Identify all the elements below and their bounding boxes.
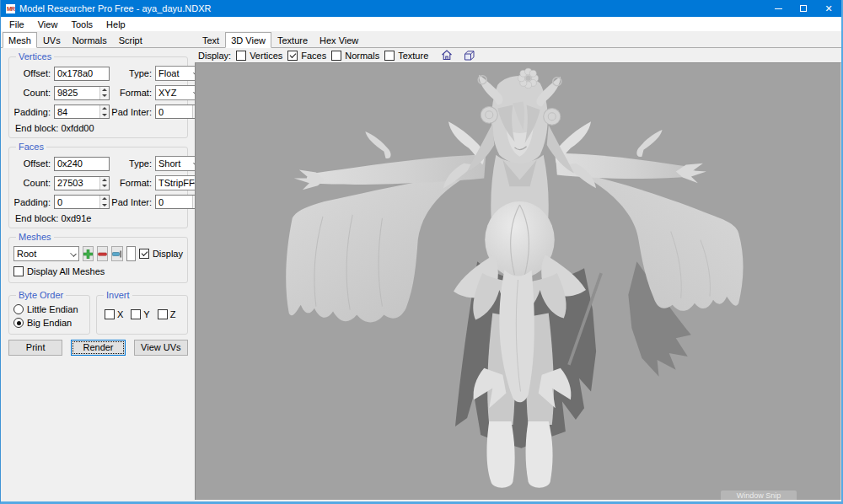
title-bar[interactable]: MR Model Researcher Pro Free - aya_dayu.…	[1, 0, 841, 17]
big-endian-radio[interactable]	[13, 318, 24, 328]
invert-x-checkbox[interactable]	[105, 309, 115, 319]
display-faces-label: Faces	[301, 51, 326, 61]
menu-view[interactable]: View	[31, 18, 65, 31]
model-right-boot	[526, 421, 553, 488]
tab-text[interactable]: Text	[196, 34, 225, 48]
viewport-toolbar: Display: Vertices Faces Normals Texture	[195, 48, 841, 62]
model-figure	[196, 63, 840, 500]
menu-bar: File View Tools Help	[1, 17, 841, 32]
spinner-arrows[interactable]	[99, 105, 109, 118]
vertices-format-label: Format:	[110, 88, 152, 98]
invert-y-checkbox[interactable]	[131, 309, 141, 319]
minimize-icon	[775, 8, 782, 9]
display-all-meshes-checkbox[interactable]	[13, 266, 24, 276]
model-hair-flower	[518, 68, 539, 88]
right-tabstrip: Text 3D View Texture Hex View	[195, 34, 841, 48]
faces-type-combo[interactable]: Short	[155, 156, 195, 171]
mesh-color-swatch[interactable]	[126, 246, 136, 261]
cube-icon	[463, 50, 475, 62]
display-texture-label: Texture	[398, 51, 428, 61]
display-vertices-checkbox[interactable]	[236, 51, 246, 61]
little-endian-radio[interactable]	[13, 304, 24, 314]
maximize-button[interactable]	[791, 0, 816, 17]
window-title: Model Researcher Pro Free - aya_dayu.NDX…	[19, 3, 211, 13]
display-texture-checkbox[interactable]	[384, 51, 395, 61]
spinner-arrows[interactable]	[99, 177, 109, 190]
faces-padinter-label: Pad Inter:	[110, 197, 152, 207]
faces-offset-input[interactable]	[54, 157, 110, 171]
menu-help[interactable]: Help	[99, 18, 132, 31]
tab-3d-view[interactable]: 3D View	[225, 32, 271, 48]
vertices-padinter-label: Pad Inter:	[110, 107, 152, 117]
vertices-padinter-input[interactable]	[155, 105, 195, 119]
faces-format-combo[interactable]: TStripFF	[155, 175, 195, 190]
mesh-tab-page: Vertices Offset: Type: Float Count: Form…	[1, 48, 195, 501]
vertices-offset-input[interactable]	[54, 67, 110, 81]
display-label: Display:	[198, 51, 231, 61]
reset-camera-button[interactable]	[438, 49, 455, 62]
vertices-type-combo[interactable]: Float	[155, 66, 195, 81]
display-all-meshes-label: Display All Meshes	[27, 266, 105, 276]
faces-endblock: End block:0xd91e	[15, 213, 183, 223]
meshes-group: Meshes Root Disp	[8, 237, 188, 283]
close-button[interactable]: ✕	[816, 0, 841, 17]
little-endian-label: Little Endian	[27, 304, 78, 314]
vertices-endblock-value: 0xfdd00	[61, 123, 94, 133]
tab-normals[interactable]: Normals	[67, 34, 113, 48]
add-mesh-button[interactable]	[83, 246, 94, 261]
display-normals-label: Normals	[345, 51, 379, 61]
faces-group: Faces Offset: Type: Short Count: Format:…	[8, 147, 188, 228]
view-uvs-button[interactable]: View UVs	[134, 340, 188, 356]
3d-viewport[interactable]: Window Snip	[195, 62, 841, 500]
spinner-arrows[interactable]	[99, 196, 109, 208]
faces-padding-label: Padding:	[13, 197, 51, 207]
vertices-format-combo[interactable]: XYZ	[155, 85, 195, 100]
vertices-group: Vertices Offset: Type: Float Count: Form…	[8, 56, 188, 138]
remove-mesh-button[interactable]	[97, 246, 108, 261]
vertices-offset-label: Offset:	[13, 68, 51, 78]
tab-texture[interactable]: Texture	[271, 34, 314, 48]
faces-type-label: Type:	[110, 158, 152, 169]
faces-group-title: Faces	[16, 142, 46, 152]
vertices-endblock: End block:0xfdd00	[15, 123, 183, 133]
close-icon: ✕	[824, 3, 832, 14]
home-icon	[441, 50, 453, 61]
vertices-padding-label: Padding:	[13, 107, 51, 117]
menu-tools[interactable]: Tools	[64, 18, 99, 31]
display-mesh-checkbox[interactable]	[139, 249, 149, 259]
left-tabstrip: Mesh UVs Normals Script	[1, 34, 195, 48]
model-left-boot	[486, 421, 514, 488]
tab-mesh[interactable]: Mesh	[3, 32, 37, 48]
rename-mesh-button[interactable]	[111, 246, 123, 261]
invert-z-label: Z	[170, 309, 176, 319]
left-panel: Mesh UVs Normals Script Vertices Offset:…	[1, 32, 195, 501]
display-faces-checkbox[interactable]	[287, 51, 298, 61]
faces-padinter-input[interactable]	[155, 195, 195, 209]
faces-offset-label: Offset:	[13, 158, 51, 169]
chevron-down-icon	[70, 250, 77, 257]
vertices-count-label: Count:	[13, 88, 51, 98]
invert-z-checkbox[interactable]	[158, 309, 168, 319]
spinner-arrows[interactable]	[99, 87, 109, 99]
menu-file[interactable]: File	[3, 18, 31, 31]
meshes-group-title: Meshes	[16, 232, 54, 242]
window-snip-watermark: Window Snip	[721, 491, 797, 500]
display-normals-checkbox[interactable]	[331, 51, 341, 61]
tab-uvs[interactable]: UVs	[37, 34, 67, 48]
frame-model-button[interactable]	[460, 49, 477, 62]
invert-group: Invert X Y Z	[96, 295, 188, 335]
print-button[interactable]: Print	[8, 340, 62, 356]
app-icon: MR	[6, 4, 15, 13]
tab-hex-view[interactable]: Hex View	[314, 34, 364, 48]
render-button[interactable]: Render	[71, 340, 125, 356]
faces-endblock-value: 0xd91e	[61, 213, 91, 223]
display-vertices-label: Vertices	[250, 51, 282, 61]
tab-script[interactable]: Script	[113, 34, 148, 48]
display-mesh-label: Display	[153, 249, 183, 259]
invert-title: Invert	[104, 290, 132, 300]
faces-count-label: Count:	[13, 178, 51, 188]
minimize-button[interactable]	[765, 0, 791, 17]
vertices-type-label: Type:	[110, 68, 152, 78]
byte-order-title: Byte Order	[16, 290, 66, 300]
mesh-select-combo[interactable]: Root	[13, 246, 79, 261]
